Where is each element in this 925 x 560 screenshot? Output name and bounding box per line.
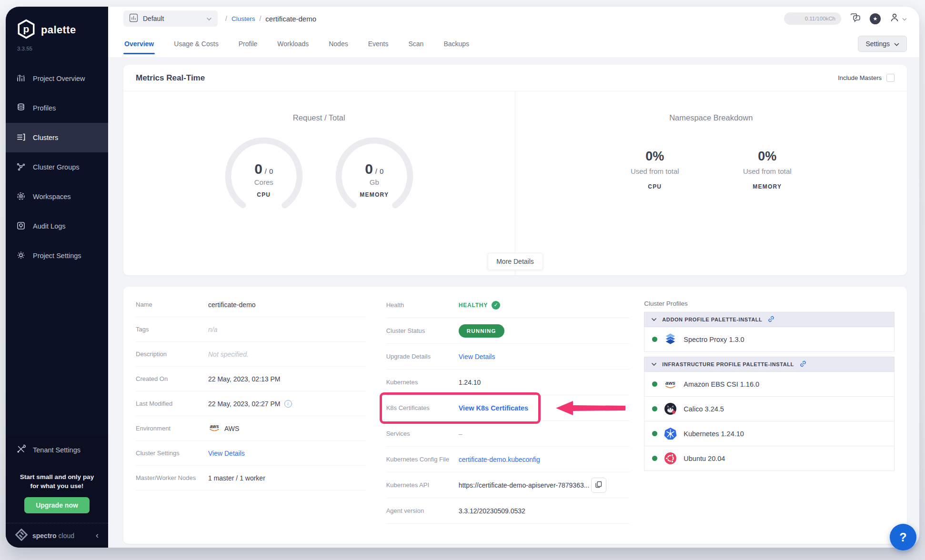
metrics-body: Request / Total 0 / 0 xyxy=(123,91,907,275)
upgrade-view-details-link[interactable]: View Details xyxy=(459,353,495,360)
sidebar-item-tenant-settings[interactable]: Tenant Settings xyxy=(6,435,108,465)
view-k8s-certificates-link[interactable]: View K8s Certificates xyxy=(459,404,528,412)
sidebar-item-workspaces[interactable]: Workspaces xyxy=(6,182,108,211)
detail-row-kubernetes: Kubernetes 1.24.10 xyxy=(386,370,630,395)
profile-item-kubernetes[interactable]: Kubernetes 1.24.10 xyxy=(644,421,895,446)
sidebar-item-project-overview[interactable]: Project Overview xyxy=(6,64,108,93)
namespace-breakdown-title: Namespace Breakdown xyxy=(669,113,753,122)
tab-overview[interactable]: Overview xyxy=(123,30,155,57)
status-dot-green xyxy=(652,381,657,387)
breadcrumb-separator: / xyxy=(225,15,227,22)
profile-item-label: Spectro Proxy 1.3.0 xyxy=(684,336,744,343)
sidebar-item-audit-logs[interactable]: Audit Logs xyxy=(6,211,108,241)
memory-total-value: 0 xyxy=(380,167,383,175)
brand-name: palette xyxy=(41,24,76,36)
upgrade-now-button[interactable]: Upgrade now xyxy=(24,497,90,513)
content: Metrics Real-Time Include Masters Reques… xyxy=(108,57,919,548)
kubeconfig-download-link[interactable]: certificate-demo.kubeconfig xyxy=(459,456,540,463)
tab-workloads[interactable]: Workloads xyxy=(276,30,310,57)
copy-api-url-button[interactable] xyxy=(591,478,606,493)
description-value: Not specified. xyxy=(208,350,249,358)
link-icon[interactable] xyxy=(767,315,775,324)
include-masters-checkbox[interactable] xyxy=(886,74,895,82)
target-icon xyxy=(16,191,26,202)
addon-profile-header[interactable]: ADDON PROFILE PALETTE-INSTALL xyxy=(644,312,895,327)
tab-events[interactable]: Events xyxy=(367,30,390,57)
profile-item-label: Amazon EBS CSI 1.16.0 xyxy=(684,380,759,388)
detail-row-nodes: Master/Worker Nodes 1 master / 1 worker xyxy=(136,466,366,490)
breadcrumb-clusters-link[interactable]: Clusters xyxy=(231,15,255,22)
link-icon[interactable] xyxy=(799,360,807,369)
memory-gauge: 0 / 0 Gb MEMORY xyxy=(335,137,414,216)
metrics-card: Metrics Real-Time Include Masters Reques… xyxy=(123,65,907,275)
detail-label: Master/Worker Nodes xyxy=(136,474,208,481)
namespace-breakdown-panel: Namespace Breakdown 0% Used from total C… xyxy=(515,91,907,275)
detail-label: Cluster Status xyxy=(386,327,459,334)
tab-usage-costs[interactable]: Usage & Costs xyxy=(173,30,219,57)
sidebar-item-label: Clusters xyxy=(33,134,58,141)
tab-profile[interactable]: Profile xyxy=(238,30,259,57)
tags-value: n/a xyxy=(208,326,217,333)
sidebar-item-clusters[interactable]: Clusters xyxy=(6,123,108,152)
profile-item-amazon-ebs-csi[interactable]: aws Amazon EBS CSI 1.16.0 xyxy=(644,372,895,397)
profile-item-spectro-proxy[interactable]: Spectro Proxy 1.3.0 xyxy=(644,327,895,352)
kubernetes-version-value: 1.24.10 xyxy=(459,379,481,386)
last-modified-value: 22 May, 2023, 02:27 PM xyxy=(208,400,281,408)
info-icon[interactable]: i xyxy=(284,400,292,408)
cpu-gauge-label: CPU xyxy=(257,191,271,198)
cluster-settings-view-details-link[interactable]: View Details xyxy=(208,450,245,457)
settings-button[interactable]: Settings xyxy=(858,36,907,52)
copy-icon xyxy=(595,481,602,490)
profile-item-label: Calico 3.24.5 xyxy=(684,405,724,413)
status-dot-green xyxy=(652,406,657,411)
tab-scan[interactable]: Scan xyxy=(408,30,425,57)
detail-label: Tags xyxy=(136,326,208,333)
whats-new-button[interactable]: ★ xyxy=(870,13,881,24)
sidebar: p palette 3.3.55 Project Overview Profil… xyxy=(6,7,108,548)
star-icon: ★ xyxy=(870,13,881,24)
gauge-separator: / xyxy=(265,167,267,175)
sidebar-item-label: Project Overview xyxy=(33,75,85,82)
collapse-sidebar-icon[interactable]: ‹ xyxy=(96,530,99,540)
detail-row-upgrade-details: Upgrade Details View Details xyxy=(386,344,630,370)
project-selector[interactable]: Default xyxy=(123,10,218,27)
sidebar-item-profiles[interactable]: Profiles xyxy=(6,93,108,123)
tab-backups[interactable]: Backups xyxy=(442,30,470,57)
sidebar-item-cluster-groups[interactable]: Cluster Groups xyxy=(6,152,108,182)
sidebar-item-label: Project Settings xyxy=(33,252,81,260)
check-circle-icon: ✓ xyxy=(492,301,500,310)
nodes-value: 1 master / 1 worker xyxy=(208,474,265,482)
feedback-chat-button[interactable] xyxy=(850,13,861,25)
cpu-gauge-unit: Cores xyxy=(254,178,273,186)
profile-item-ubuntu[interactable]: Ubuntu 20.04 xyxy=(644,446,895,471)
upsell-text: Start small and only pay for what you us… xyxy=(6,465,108,491)
cluster-status-badge: RUNNING xyxy=(459,324,504,338)
agent-version-value: 3.3.12/20230509.0532 xyxy=(459,507,525,515)
user-menu[interactable] xyxy=(889,12,907,25)
detail-label: Upgrade Details xyxy=(386,353,459,360)
infrastructure-profile-header[interactable]: INFRASTRUCTURE PROFILE PALETTE-INSTALL xyxy=(644,357,895,372)
memory-gauge-label: MEMORY xyxy=(360,191,389,198)
request-total-panel: Request / Total 0 / 0 xyxy=(123,91,515,275)
ubuntu-logo xyxy=(664,452,677,465)
sidebar-item-project-settings[interactable]: Project Settings xyxy=(6,241,108,270)
detail-label: Cluster Settings xyxy=(136,450,208,457)
created-on-value: 22 May, 2023, 02:13 PM xyxy=(208,375,281,383)
help-button[interactable]: ? xyxy=(890,524,916,550)
detail-label: Services xyxy=(386,430,459,437)
tools-icon xyxy=(16,444,26,455)
more-details-button[interactable]: More Details xyxy=(487,253,543,270)
chevron-down-icon xyxy=(651,361,657,367)
profile-item-calico[interactable]: Calico 3.24.5 xyxy=(644,397,895,421)
memory-request-value: 0 xyxy=(365,161,373,177)
metrics-header: Metrics Real-Time Include Masters xyxy=(123,65,907,91)
tab-nodes[interactable]: Nodes xyxy=(328,30,349,57)
detail-label: Kubernetes xyxy=(386,379,459,386)
cluster-overview-card: Name certificate-demo Tags n/a Descripti… xyxy=(123,287,907,544)
gauge-separator: / xyxy=(375,167,377,175)
cpu-gauge: 0 / 0 Cores CPU xyxy=(224,137,303,216)
aws-logo: aws xyxy=(664,378,677,390)
cluster-profiles-panel: Cluster Profiles ADDON PROFILE PALETTE-I… xyxy=(644,292,895,544)
sidebar-bottom: Tenant Settings Start small and only pay… xyxy=(6,435,108,548)
detail-row-services: Services – xyxy=(386,421,630,447)
